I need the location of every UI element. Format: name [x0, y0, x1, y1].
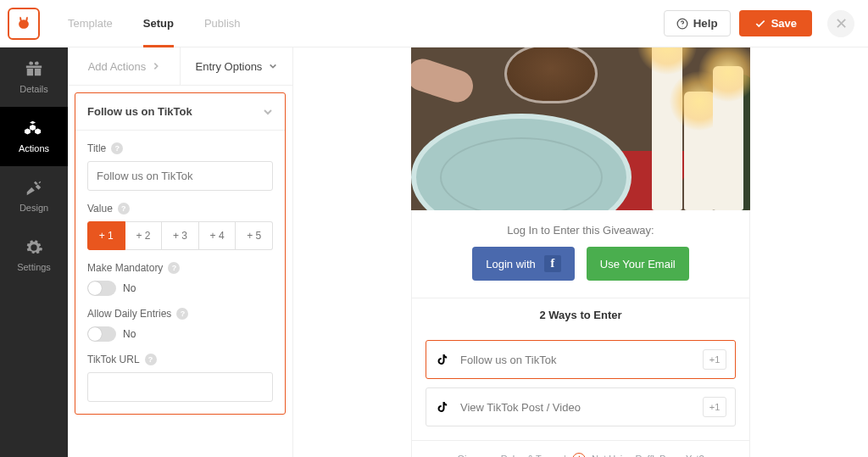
check-icon	[754, 18, 766, 30]
left-sidebar: Details Actions Design Settings	[0, 47, 68, 457]
tiktok-url-input[interactable]	[87, 372, 273, 402]
tiktok-icon	[435, 352, 450, 367]
mandatory-toggle[interactable]	[87, 281, 116, 296]
editor-tab-label: Add Actions	[88, 60, 147, 73]
editor-panel: Add Actions Entry Options Follow us on T…	[68, 47, 293, 457]
daily-toggle[interactable]	[87, 326, 116, 342]
tab-publish[interactable]: Publish	[204, 0, 241, 47]
editor-tab-label: Entry Options	[196, 60, 263, 73]
sidebar-label: Details	[19, 84, 48, 94]
login-fb-label: Login with	[486, 258, 536, 270]
close-icon: ✕	[835, 14, 848, 33]
value-option-3[interactable]: + 3	[162, 221, 199, 250]
rafflepress-icon: ṁ	[572, 453, 586, 457]
title-label: Title?	[87, 142, 273, 154]
entry-value-badge: +1	[703, 397, 726, 417]
value-option-4[interactable]: + 4	[199, 221, 236, 250]
tiktok-url-label: TikTok URL?	[87, 354, 273, 365]
rabbit-icon	[15, 15, 32, 32]
login-buttons: Login with f Use Your Email	[412, 247, 749, 298]
app-logo[interactable]	[0, 0, 47, 47]
help-tip-icon[interactable]: ?	[118, 203, 130, 215]
entry-label: View TikTok Post / Video	[460, 401, 693, 414]
sidebar-item-actions[interactable]: Actions	[0, 107, 68, 166]
daily-label: Allow Daily Entries?	[87, 308, 273, 320]
chevron-right-icon	[153, 62, 159, 70]
help-tip-icon[interactable]: ?	[145, 354, 157, 365]
entry-option[interactable]: View TikTok Post / Video +1	[426, 387, 736, 426]
sidebar-item-details[interactable]: Details	[0, 47, 68, 107]
entry-label: Follow us on TikTok	[460, 354, 693, 366]
svg-point-1	[682, 25, 682, 26]
chevron-down-icon	[263, 109, 273, 115]
title-input[interactable]	[87, 161, 273, 191]
help-button[interactable]: Help	[664, 10, 731, 36]
login-facebook-button[interactable]: Login with f	[472, 247, 575, 281]
help-tip-icon[interactable]: ?	[168, 262, 180, 274]
login-heading: Log In to Enter this Giveaway:	[412, 210, 749, 247]
preview-footer: Giveaway Rules & Terms | ṁ Not Using Raf…	[412, 440, 749, 457]
top-bar: Template Setup Publish Help Save ✕	[0, 0, 868, 47]
entry-option[interactable]: Follow us on TikTok +1	[426, 340, 736, 379]
sidebar-label: Settings	[17, 262, 51, 272]
help-label: Help	[693, 17, 718, 30]
editor-tabs: Add Actions Entry Options	[68, 47, 292, 86]
entry-value-badge: +1	[703, 349, 726, 370]
gift-icon	[25, 60, 43, 79]
help-tip-icon[interactable]: ?	[111, 142, 123, 154]
value-options: + 1 + 2 + 3 + 4 + 5	[87, 221, 273, 250]
action-settings-title: Follow us on TikTok	[87, 105, 192, 118]
value-option-1[interactable]: + 1	[87, 221, 125, 250]
giveaway-preview: Log In to Enter this Giveaway: Login wit…	[411, 47, 750, 457]
sidebar-label: Design	[19, 203, 48, 213]
facebook-icon: f	[544, 255, 561, 272]
cubes-icon	[25, 120, 43, 138]
hero-image	[411, 47, 750, 210]
action-settings-card: Follow us on TikTok Title? Value? + 1 + …	[75, 92, 286, 415]
mandatory-label: Make Mandatory?	[87, 262, 273, 274]
tiktok-icon	[435, 399, 450, 415]
design-icon	[25, 179, 43, 198]
gear-icon	[25, 238, 43, 257]
save-label: Save	[771, 17, 797, 30]
top-actions: Help Save ✕	[664, 10, 854, 37]
chevron-down-icon	[269, 63, 277, 70]
help-tip-icon[interactable]: ?	[176, 308, 188, 320]
value-label: Value?	[87, 203, 273, 215]
editor-tab-entry-options[interactable]: Entry Options	[180, 47, 292, 85]
action-settings-header[interactable]: Follow us on TikTok	[75, 93, 285, 131]
close-button[interactable]: ✕	[827, 10, 854, 37]
tab-setup[interactable]: Setup	[143, 0, 174, 47]
value-option-5[interactable]: + 5	[236, 221, 273, 250]
tab-template[interactable]: Template	[68, 0, 113, 47]
promo-link[interactable]: Not Using RafflePress Yet?	[592, 454, 704, 457]
sidebar-label: Actions	[19, 143, 49, 153]
sidebar-item-settings[interactable]: Settings	[0, 226, 68, 285]
top-tabs: Template Setup Publish	[68, 0, 241, 47]
sidebar-item-design[interactable]: Design	[0, 166, 68, 226]
rules-link[interactable]: Giveaway Rules & Terms	[457, 454, 561, 457]
value-option-2[interactable]: + 2	[125, 221, 163, 250]
login-email-button[interactable]: Use Your Email	[587, 247, 689, 281]
daily-value: No	[123, 328, 136, 340]
editor-tab-add-actions[interactable]: Add Actions	[68, 47, 180, 85]
help-icon	[676, 18, 688, 30]
ways-to-enter-heading: 2 Ways to Enter	[412, 298, 749, 332]
mandatory-value: No	[123, 282, 136, 294]
save-button[interactable]: Save	[739, 10, 812, 36]
preview-area: Log In to Enter this Giveaway: Login wit…	[293, 47, 868, 457]
